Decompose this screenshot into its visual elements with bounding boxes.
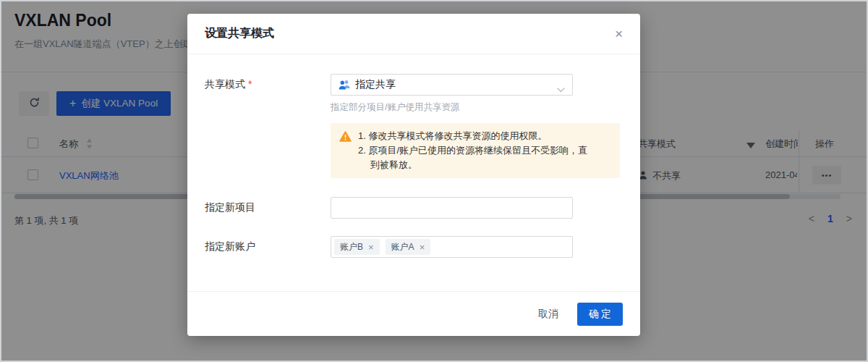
dialog-body: 共享模式* 指定共享 指定部分项目/账户使用共享资源	[187, 54, 640, 258]
confirm-button[interactable]: 确定	[577, 303, 623, 326]
remove-tag-icon[interactable]: ×	[368, 243, 374, 252]
people-icon	[339, 80, 350, 90]
share-mode-dialog: 设置共享模式 × 共享模式* 指定共享	[187, 14, 640, 336]
warning-line-2: 2. 原项目/账户已使用的资源将继续保留且不受影响，直到被释放。	[358, 143, 588, 172]
warning-alert: 1. 修改共享模式将修改共享资源的使用权限。 2. 原项目/账户已使用的资源将继…	[331, 123, 620, 178]
new-project-label: 指定新项目	[205, 197, 331, 219]
share-mode-label-text: 共享模式	[205, 78, 245, 90]
remove-tag-icon[interactable]: ×	[420, 243, 425, 252]
share-mode-value: 指定共享	[355, 78, 396, 91]
new-account-input[interactable]: 账户B × 账户A ×	[331, 236, 573, 258]
account-tag-label: 账户A	[391, 241, 414, 253]
cancel-button[interactable]: 取消	[538, 308, 558, 321]
warning-text: 1. 修改共享模式将修改共享资源的使用权限。 2. 原项目/账户已使用的资源将继…	[358, 129, 588, 172]
dialog-footer: 取消 确定	[187, 291, 640, 336]
share-mode-field: 共享模式* 指定共享 指定部分项目/账户使用共享资源	[205, 74, 620, 178]
required-asterisk: *	[248, 78, 252, 90]
close-icon[interactable]: ×	[612, 24, 626, 43]
chevron-down-icon	[557, 83, 565, 96]
share-mode-helper: 指定部分项目/账户使用共享资源	[331, 101, 620, 114]
warning-icon	[339, 131, 352, 142]
new-project-field: 指定新项目	[205, 197, 620, 219]
new-account-label: 指定新账户	[205, 236, 331, 258]
account-tag-label: 账户B	[340, 241, 363, 253]
new-project-input[interactable]	[331, 197, 573, 219]
account-tag: 账户A ×	[386, 239, 431, 255]
share-mode-select[interactable]: 指定共享	[331, 74, 573, 96]
account-tag: 账户B ×	[334, 239, 380, 255]
new-account-field: 指定新账户 账户B × 账户A ×	[205, 236, 620, 258]
share-mode-label: 共享模式*	[205, 74, 331, 178]
dialog-title: 设置共享模式	[205, 26, 274, 41]
dialog-header: 设置共享模式 ×	[187, 14, 640, 54]
warning-line-1: 1. 修改共享模式将修改共享资源的使用权限。	[358, 129, 588, 143]
app-window: VXLAN Pool 在一组VXLAN隧道端点（VTEP）之上创建的 + 创建 …	[0, 0, 868, 362]
